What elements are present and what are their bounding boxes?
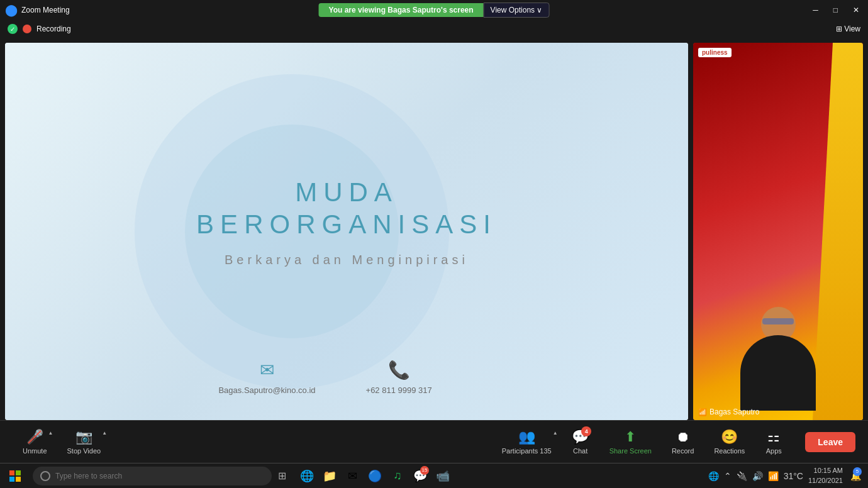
clock: 10:15 AM 11/20/2021 (808, 466, 843, 485)
meeting-toolbar: 🎤 ▲ Unmute 📷 ▲ Stop Video 👥 ▲ Participan… (0, 420, 868, 463)
email-contact: ✉ Bagas.Saputro@kino.co.id (218, 360, 315, 395)
camera-icon: 📷 (75, 429, 92, 445)
apps-icon: ⚏ (767, 429, 780, 445)
whatsapp-badge: 15 (420, 466, 429, 475)
email-icon: ✉ (260, 360, 274, 380)
chevron-up-icon[interactable]: ⌃ (724, 471, 732, 481)
screen-share-banner: You are viewing Bagas Saputro's screen V… (319, 3, 550, 18)
temperature-icon: 31°C (784, 471, 803, 481)
video-arrow[interactable]: ▲ (102, 430, 107, 436)
recording-bar: ✓ Recording ⊞ View (0, 20, 868, 38)
maximize-button[interactable]: □ (830, 4, 842, 16)
edge-icon: 🌐 (300, 469, 314, 483)
chat-icon-container: 💬 4 (572, 429, 589, 445)
person-body (740, 335, 816, 411)
whatsapp-button[interactable]: 💬 15 (410, 463, 430, 489)
view-button[interactable]: ⊞ View (836, 25, 860, 33)
record-button[interactable]: ⏺ Record (662, 426, 704, 457)
record-icon: ⏺ (676, 429, 690, 445)
microsoft-edge-button[interactable]: 🔵 (365, 463, 385, 489)
participant-logo: puliness (698, 48, 732, 57)
system-tray: 🌐 ⌃ 🔌 🔊 📶 31°C 10:15 AM 11/20/2021 🔔 5 (708, 463, 868, 489)
main-content: MUDA BERORGANISASI Berkarya dan Menginpi… (0, 38, 868, 420)
pinned-apps: 🌐 📁 ✉ 🔵 ♫ 💬 15 📹 (297, 463, 453, 489)
svg-rect-0 (9, 470, 14, 475)
reactions-label: Reactions (714, 447, 745, 455)
task-view-icon: ⊞ (278, 470, 286, 482)
zoom-taskbar-button[interactable]: 📹 (433, 463, 453, 489)
slide-title-line2: BERORGANISASI (196, 209, 497, 240)
security-icon: ✓ (8, 24, 18, 34)
viewing-text: You are viewing Bagas Saputro's screen (319, 3, 484, 17)
start-button[interactable] (0, 463, 30, 489)
participants-arrow[interactable]: ▲ (553, 430, 558, 436)
participant-video: puliness 📶 Bagas Saputro (693, 43, 863, 420)
person (731, 307, 825, 420)
minimize-button[interactable]: ─ (809, 4, 822, 16)
share-screen-button[interactable]: ⬆ Share Screen (599, 426, 662, 457)
title-bar: ⬤ Zoom Meeting You are viewing Bagas Sap… (0, 0, 868, 20)
view-options-button[interactable]: View Options ∨ (484, 3, 550, 18)
svg-rect-2 (9, 477, 14, 482)
windows-taskbar: ⊞ 🌐 📁 ✉ 🔵 ♫ 💬 15 📹 🌐 ⌃ 🔌 🔊 📶 (0, 463, 868, 488)
zoom-app-icon: ⬤ (5, 3, 18, 17)
mail-icon: ✉ (348, 469, 357, 483)
search-bar[interactable] (33, 467, 272, 485)
globe-tray-icon[interactable]: 🌐 (708, 471, 719, 481)
speaker-icon[interactable]: 🔊 (752, 471, 763, 481)
recording-dot (23, 25, 31, 33)
slide-content: MUDA BERORGANISASI Berkarya dan Menginpi… (196, 177, 497, 267)
unmute-label: Unmute (23, 447, 47, 455)
reactions-icon: 😊 (721, 429, 738, 445)
slide-contacts: ✉ Bagas.Saputro@kino.co.id 📞 +62 811 999… (218, 360, 431, 395)
apps-label: Apps (766, 447, 782, 455)
phone-contact: 📞 +62 811 9999 317 (366, 360, 432, 395)
task-view-button[interactable]: ⊞ (272, 463, 292, 489)
participants-label: Participants 135 (502, 447, 552, 455)
share-screen-icon: ⬆ (625, 429, 636, 445)
slide-subtitle: Berkarya dan Menginpirasi (196, 253, 497, 267)
window-controls: ─ □ ✕ (809, 4, 863, 16)
wifi-icon[interactable]: 📶 (768, 471, 779, 481)
close-button[interactable]: ✕ (849, 4, 863, 16)
reactions-button[interactable]: 😊 Reactions (704, 426, 755, 457)
record-label: Record (672, 447, 694, 455)
presentation-area: MUDA BERORGANISASI Berkarya dan Menginpi… (5, 43, 688, 420)
spotify-button[interactable]: ♫ (387, 463, 408, 489)
leave-button[interactable]: Leave (805, 432, 855, 452)
person-container (693, 307, 863, 420)
logo-text: puliness (702, 49, 728, 56)
video-feed: puliness (693, 43, 863, 420)
stop-video-button[interactable]: 📷 ▲ Stop Video (57, 426, 111, 457)
apps-button[interactable]: ⚏ Apps (755, 426, 793, 457)
mic-icon-container: 🎤 (26, 429, 43, 445)
search-input[interactable] (55, 472, 264, 480)
chat-button[interactable]: 💬 4 Chat (562, 426, 599, 457)
glasses (762, 318, 794, 324)
svg-rect-1 (16, 470, 21, 475)
notification-button[interactable]: 🔔 5 (848, 463, 863, 489)
share-screen-label: Share Screen (609, 447, 652, 455)
chat-label: Chat (573, 447, 587, 455)
email-address: Bagas.Saputro@kino.co.id (218, 385, 315, 395)
participant-name-bar: 📶 Bagas Saputro (698, 408, 759, 416)
search-icon (40, 471, 50, 481)
participants-button[interactable]: 👥 ▲ Participants 135 (492, 426, 562, 457)
recording-label: Recording (36, 25, 71, 33)
folder-icon: 📁 (323, 469, 337, 483)
clock-date: 11/20/2021 (808, 476, 843, 485)
unmute-arrow[interactable]: ▲ (48, 430, 53, 436)
phone-icon: 📞 (388, 360, 410, 380)
stop-video-label: Stop Video (67, 447, 101, 455)
participant-name-label: Bagas Saputro (709, 408, 759, 416)
participants-icon-container: 👥 (518, 429, 535, 445)
usb-icon[interactable]: 🔌 (737, 471, 747, 481)
clock-time: 10:15 AM (808, 466, 843, 475)
file-explorer-button[interactable]: 📁 (320, 463, 340, 489)
unmute-button[interactable]: 🎤 ▲ Unmute (13, 426, 57, 457)
spotify-icon: ♫ (393, 469, 402, 482)
edge-browser-button[interactable]: 🌐 (297, 463, 317, 489)
mail-button[interactable]: ✉ (342, 463, 362, 489)
windows-logo-icon (9, 470, 21, 482)
signal-icon: 📶 (698, 408, 707, 416)
